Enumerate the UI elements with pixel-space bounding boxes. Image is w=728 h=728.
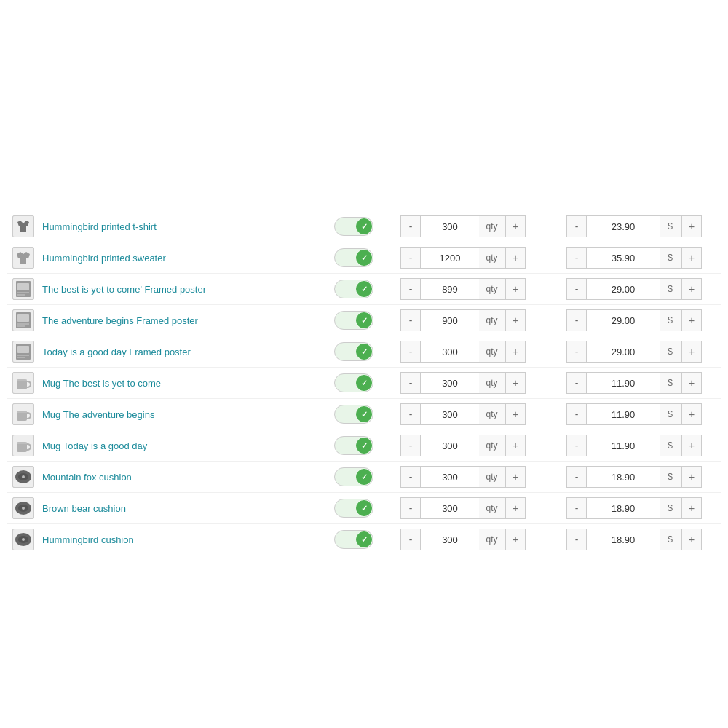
price-input[interactable] <box>587 372 660 394</box>
qty-input[interactable] <box>421 372 479 394</box>
price-input[interactable] <box>587 435 660 456</box>
product-toggle[interactable]: ✓ <box>334 373 373 392</box>
product-toggle[interactable]: ✓ <box>334 405 373 424</box>
price-minus-button[interactable]: - <box>566 247 587 269</box>
price-input[interactable] <box>587 247 660 269</box>
qty-minus-button[interactable]: - <box>400 278 421 300</box>
product-toggle[interactable]: ✓ <box>334 530 373 549</box>
qty-minus-button[interactable]: - <box>400 466 421 488</box>
qty-input[interactable] <box>421 435 479 456</box>
price-input[interactable] <box>587 466 660 488</box>
product-toggle[interactable]: ✓ <box>334 311 373 330</box>
product-name-link[interactable]: The adventure begins Framed poster <box>42 315 198 326</box>
product-name-link[interactable]: Hummingbird cushion <box>42 534 134 545</box>
price-minus-button[interactable]: - <box>566 309 587 331</box>
price-input[interactable] <box>587 529 660 550</box>
price-plus-button[interactable]: + <box>681 466 702 488</box>
qty-input[interactable] <box>421 247 479 269</box>
price-plus-button[interactable]: + <box>681 341 702 363</box>
qty-plus-button[interactable]: + <box>505 403 526 425</box>
price-minus-button[interactable]: - <box>566 215 587 237</box>
price-plus-button[interactable]: + <box>681 278 702 300</box>
qty-plus-button[interactable]: + <box>505 372 526 394</box>
price-input[interactable] <box>587 309 660 331</box>
product-name-link[interactable]: Hummingbird printed sweater <box>42 253 166 264</box>
product-name-link[interactable]: Mountain fox cushion <box>42 472 132 483</box>
product-name-link[interactable]: Today is a good day Framed poster <box>42 347 191 357</box>
qty-minus-button[interactable]: - <box>400 435 421 456</box>
price-plus-button[interactable]: + <box>681 309 702 331</box>
product-name-link[interactable]: Hummingbird printed t-shirt <box>42 221 157 232</box>
qty-plus-button[interactable]: + <box>505 466 526 488</box>
product-toggle[interactable]: ✓ <box>334 280 373 298</box>
product-toggle[interactable]: ✓ <box>334 342 373 361</box>
toggle-check-icon: ✓ <box>361 504 368 513</box>
qty-input[interactable] <box>421 278 479 300</box>
price-input[interactable] <box>587 278 660 300</box>
qty-input[interactable] <box>421 466 479 488</box>
product-thumbnail <box>10 435 36 456</box>
price-plus-button[interactable]: + <box>681 435 702 456</box>
qty-input[interactable] <box>421 341 479 363</box>
product-toggle[interactable]: ✓ <box>334 217 373 236</box>
qty-plus-button[interactable]: + <box>505 215 526 237</box>
qty-minus-button[interactable]: - <box>400 341 421 363</box>
product-image <box>12 309 34 331</box>
price-minus-button[interactable]: - <box>566 466 587 488</box>
product-toggle[interactable]: ✓ <box>334 436 373 455</box>
price-minus-button[interactable]: - <box>566 341 587 363</box>
product-name-link[interactable]: Mug Today is a good day <box>42 440 147 451</box>
product-price-col: - $ + <box>550 372 718 394</box>
price-plus-button[interactable]: + <box>681 403 702 425</box>
price-minus-button[interactable]: - <box>566 497 587 519</box>
qty-minus-button[interactable]: - <box>400 247 421 269</box>
product-toggle-col: ✓ <box>325 311 383 330</box>
price-minus-button[interactable]: - <box>566 278 587 300</box>
qty-input[interactable] <box>421 529 479 550</box>
price-plus-button[interactable]: + <box>681 372 702 394</box>
qty-minus-button[interactable]: - <box>400 497 421 519</box>
product-toggle[interactable]: ✓ <box>334 248 373 267</box>
price-input[interactable] <box>587 215 660 237</box>
qty-minus-button[interactable]: - <box>400 372 421 394</box>
qty-plus-button[interactable]: + <box>505 435 526 456</box>
price-plus-button[interactable]: + <box>681 529 702 550</box>
qty-plus-button[interactable]: + <box>505 247 526 269</box>
qty-minus-button[interactable]: - <box>400 529 421 550</box>
qty-input[interactable] <box>421 497 479 519</box>
price-minus-button[interactable]: - <box>566 435 587 456</box>
price-minus-button[interactable]: - <box>566 403 587 425</box>
product-toggle-col: ✓ <box>325 467 383 486</box>
qty-plus-button[interactable]: + <box>505 309 526 331</box>
qty-input[interactable] <box>421 309 479 331</box>
product-name-link[interactable]: Mug The best is yet to come <box>42 378 161 389</box>
svg-rect-9 <box>17 314 29 322</box>
price-plus-button[interactable]: + <box>681 247 702 269</box>
price-plus-button[interactable]: + <box>681 215 702 237</box>
price-minus-button[interactable]: - <box>566 529 587 550</box>
price-input[interactable] <box>587 497 660 519</box>
product-toggle[interactable]: ✓ <box>334 467 373 486</box>
product-name-link[interactable]: Mug The adventure begins <box>42 409 154 420</box>
qty-plus-button[interactable]: + <box>505 341 526 363</box>
price-minus-button[interactable]: - <box>566 372 587 394</box>
price-plus-button[interactable]: + <box>681 497 702 519</box>
product-qty-col: - qty + <box>383 403 543 425</box>
qty-label: qty <box>479 466 505 488</box>
qty-plus-button[interactable]: + <box>505 529 526 550</box>
qty-minus-button[interactable]: - <box>400 403 421 425</box>
product-toggle[interactable]: ✓ <box>334 499 373 518</box>
product-price-col: - $ + <box>550 247 718 269</box>
price-input[interactable] <box>587 341 660 363</box>
price-input[interactable] <box>587 403 660 425</box>
product-name-link[interactable]: The best is yet to come' Framed poster <box>42 284 206 295</box>
qty-plus-button[interactable]: + <box>505 497 526 519</box>
qty-input[interactable] <box>421 215 479 237</box>
qty-minus-button[interactable]: - <box>400 309 421 331</box>
product-name-link[interactable]: Brown bear cushion <box>42 503 126 514</box>
qty-input[interactable] <box>421 403 479 425</box>
qty-minus-button[interactable]: - <box>400 215 421 237</box>
svg-point-37 <box>22 538 25 541</box>
qty-plus-button[interactable]: + <box>505 278 526 300</box>
product-toggle-col: ✓ <box>325 436 383 455</box>
